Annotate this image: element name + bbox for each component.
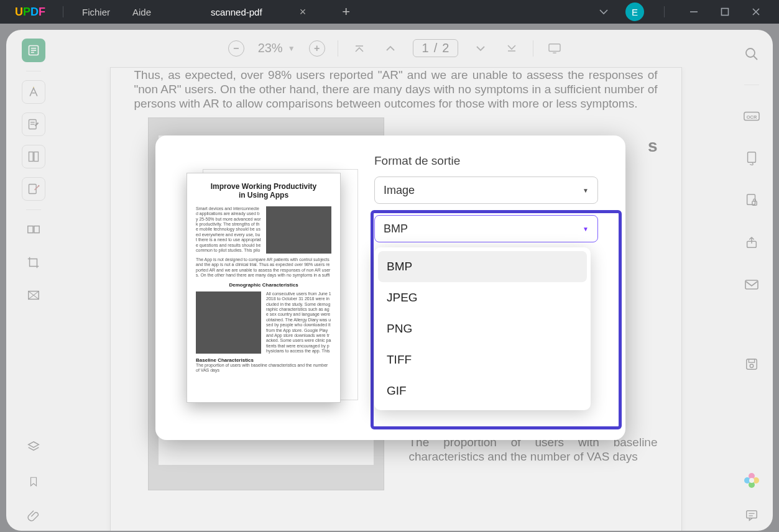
tab-title: scanned-pdf (211, 7, 262, 17)
ai-assistant-button[interactable] (742, 471, 761, 490)
right-toolbar: OCR (731, 30, 773, 531)
zoom-level-dropdown[interactable]: 23% ▼ (258, 41, 295, 55)
page-layout-button[interactable] (22, 145, 45, 168)
svg-point-27 (750, 364, 754, 368)
convert-button[interactable] (740, 146, 763, 170)
svg-rect-14 (34, 226, 39, 233)
svg-rect-1 (722, 9, 729, 16)
protect-button[interactable] (740, 188, 763, 212)
separator (63, 6, 63, 17)
chevron-down-icon: ▼ (288, 44, 295, 53)
format-option-bmp[interactable]: BMP (378, 251, 587, 282)
heading-fragment: s (648, 136, 658, 156)
comment-panel-button[interactable] (740, 503, 763, 527)
maximize-button[interactable] (716, 2, 734, 21)
layers-button[interactable] (22, 435, 45, 459)
svg-rect-13 (28, 226, 33, 233)
email-button[interactable] (740, 273, 763, 296)
svg-rect-10 (34, 152, 39, 162)
highlight-tool-button[interactable] (22, 80, 45, 104)
format-option-tiff[interactable]: TIFF (378, 344, 587, 375)
crop-tool-button[interactable] (22, 251, 45, 275)
zoom-in-button[interactable]: + (309, 40, 325, 57)
next-page-button[interactable] (472, 40, 489, 57)
menu-file[interactable]: Fichier (71, 7, 121, 17)
app-logo: UPDF (15, 6, 45, 19)
form-tool-button[interactable] (22, 177, 45, 201)
svg-text:OCR: OCR (747, 114, 757, 120)
format-option-gif[interactable]: GIF (378, 375, 587, 406)
svg-rect-20 (748, 152, 756, 163)
paragraph-text: Thus, as expected, over 98% users report… (134, 68, 658, 111)
new-tab-button[interactable]: + (342, 4, 350, 20)
tab-close-button[interactable]: × (300, 6, 307, 19)
svg-rect-38 (549, 44, 560, 51)
divider (26, 209, 41, 210)
organize-pages-button[interactable] (22, 219, 45, 242)
document-tab[interactable]: scanned-pdf × (200, 0, 317, 24)
previous-page-button[interactable] (382, 40, 399, 57)
svg-rect-26 (749, 359, 754, 363)
edit-pdf-button[interactable] (22, 112, 45, 136)
presentation-mode-button[interactable] (546, 40, 563, 57)
redact-tool-button[interactable] (22, 283, 45, 307)
chevron-down-icon[interactable] (594, 2, 613, 21)
svg-line-17 (754, 56, 757, 60)
search-button[interactable] (740, 42, 763, 66)
divider (26, 71, 41, 71)
svg-rect-24 (745, 280, 758, 289)
output-format-label: Format de sortie (374, 154, 607, 168)
output-type-select[interactable]: Image ▼ (374, 177, 598, 204)
zoom-out-button[interactable]: − (228, 40, 244, 57)
page-indicator[interactable]: 1 / 2 (413, 39, 459, 57)
separator (533, 40, 533, 57)
svg-point-12 (38, 185, 40, 187)
user-avatar[interactable]: E (625, 2, 644, 21)
view-toolbar: − 23% ▼ + 1 / 2 (61, 30, 731, 67)
separator (338, 40, 338, 57)
reader-mode-button[interactable] (22, 39, 45, 62)
format-option-png[interactable]: PNG (378, 313, 587, 344)
bookmark-button[interactable] (22, 470, 45, 493)
attachment-button[interactable] (22, 505, 45, 528)
image-format-dropdown: BMP JPEG PNG TIFF GIF (374, 247, 591, 410)
ocr-button[interactable]: OCR (740, 104, 763, 127)
first-page-button[interactable] (351, 40, 368, 57)
last-page-button[interactable] (503, 40, 520, 57)
svg-rect-9 (29, 152, 34, 162)
minimize-button[interactable] (685, 2, 703, 21)
menu-help[interactable]: Aide (121, 7, 162, 17)
svg-point-32 (749, 478, 754, 483)
share-button[interactable] (740, 231, 763, 254)
title-bar: UPDF Fichier Aide scanned-pdf × + E (0, 0, 779, 24)
left-toolbar (6, 30, 61, 531)
format-option-jpeg[interactable]: JPEG (378, 282, 587, 313)
svg-point-16 (746, 48, 755, 57)
svg-rect-33 (747, 511, 757, 518)
chevron-down-icon: ▼ (583, 187, 589, 194)
divider (744, 85, 759, 85)
workspace: OCR (0, 24, 779, 532)
export-preview: Improve Working Productivityin Using App… (170, 154, 357, 421)
export-dialog: Improve Working Productivityin Using App… (155, 135, 625, 440)
close-button[interactable] (747, 2, 765, 21)
save-button[interactable] (740, 352, 763, 376)
separator (664, 6, 665, 17)
